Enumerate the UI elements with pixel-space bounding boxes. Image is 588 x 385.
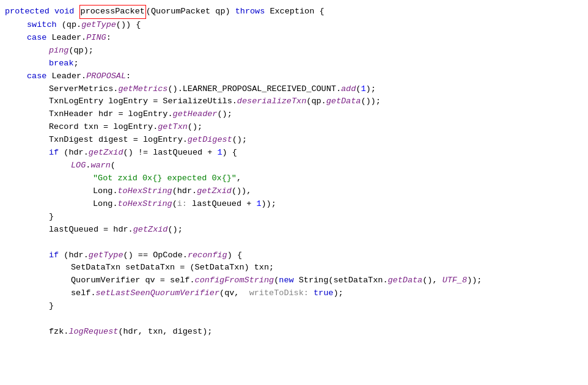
ping-args: (qp); <box>68 45 94 57</box>
if-paren-args: () != lastQueued + <box>123 147 218 160</box>
code-line-2: switch (qp.getType()) { <box>0 19 588 32</box>
setlastseen-call: setLastSeenQuorumVerifier <box>96 287 220 300</box>
gettxn-call: getTxn <box>158 121 188 134</box>
config-close: )); <box>467 274 482 287</box>
reconfig-field: reconfig <box>188 249 227 262</box>
keyword-true: true <box>314 287 333 300</box>
switch-expr: (qp. <box>62 19 81 32</box>
deser-close: ()); <box>361 95 380 108</box>
keyword-new: new <box>279 274 298 287</box>
getzxid-call: getZxid <box>89 147 123 160</box>
code-line-14: "Got zxid 0x{} expected 0x{}", <box>0 172 588 185</box>
utf8-const: UTF_8 <box>443 274 468 287</box>
if-paren-open: (hdr. <box>64 147 89 160</box>
hex2-close: )); <box>262 198 276 211</box>
txnheader-type: TxnHeader hdr = logEntry. <box>49 108 173 121</box>
close-brace-if2: } <box>49 300 54 313</box>
hex2-paren: ( <box>172 198 177 211</box>
num-1b: 1 <box>217 147 222 160</box>
code-line-17: } <box>0 211 588 224</box>
code-line-18: lastQueued = hdr.getZxid(); <box>0 224 588 237</box>
keyword-protected: protected <box>5 6 54 18</box>
colon2: : <box>126 70 131 83</box>
code-line-22: QuorumVerifier qv = self.configFromStrin… <box>0 274 588 287</box>
txndigest-type: TxnDigest digest = logEntry. <box>49 134 188 147</box>
setlast-close: ); <box>333 287 343 300</box>
getdata-call: getData <box>326 95 361 108</box>
deser-paren: (qp. <box>306 95 326 108</box>
tohexstring-call1: toHexString <box>118 185 172 198</box>
record-type: Record txn = logEntry. <box>49 121 158 134</box>
add-close: ); <box>366 83 376 96</box>
method-highlight-box: processPacket <box>79 5 146 19</box>
keyword-switch: switch <box>27 19 62 32</box>
opcode-class: OpCode. <box>153 249 188 262</box>
code-line-26: fzk.logRequest(hdr, txn, digest); <box>0 326 588 339</box>
code-line-12: if (hdr.getZxid() != lastQueued + 1) { <box>0 147 588 160</box>
keyword-case2: case <box>27 70 52 83</box>
code-line-21: SetDataTxn setDataTxn = (SetDataTxn) txn… <box>0 262 588 274</box>
code-editor: protected void processPacket(QuorumPacke… <box>0 0 588 385</box>
gettxn-close: (); <box>188 121 202 134</box>
log-dot: . <box>86 160 90 172</box>
logrequest-args: (hdr, txn, digest); <box>118 326 212 339</box>
txnlogentry-type: TxnLogEntry logEntry = SerializeUtils. <box>49 95 237 108</box>
ping-call: ping <box>49 45 68 57</box>
code-line-8: TxnLogEntry logEntry = SerializeUtils.de… <box>0 95 588 108</box>
hex2-args: lastQueued + <box>192 198 256 211</box>
code-line-10: Record txn = logEntry.getTxn(); <box>0 121 588 134</box>
keyword-case: case <box>27 32 52 45</box>
getdigest-close: (); <box>232 134 247 147</box>
warn-string: "Got zxid 0x{} expected 0x{}" <box>93 172 237 185</box>
code-line-23: self.setLastSeenQuorumVerifier(qv, write… <box>0 287 588 300</box>
keyword-void: void <box>54 6 79 18</box>
close-brace-if: } <box>49 211 54 224</box>
code-line-1: protected void processPacket(QuorumPacke… <box>0 5 588 19</box>
setlast-paren: (qv, <box>219 287 249 300</box>
warn-comma: , <box>237 172 241 185</box>
get-type-call: getType <box>81 19 116 32</box>
warn-paren: ( <box>111 160 116 172</box>
code-line-25 <box>0 313 588 326</box>
punct: (QuorumPacket qp) <box>146 6 235 18</box>
warn-call: warn <box>90 160 110 172</box>
keyword-throws: throws <box>235 6 270 18</box>
method-name: processPacket <box>81 7 145 16</box>
colon: : <box>106 32 111 45</box>
configfromstring-call: configFromString <box>195 274 274 287</box>
keyword-if: if <box>49 147 64 160</box>
keyword-break: break <box>49 57 74 70</box>
exception-type: Exception { <box>270 6 324 18</box>
config-paren: ( <box>274 274 279 287</box>
code-line-24: } <box>0 300 588 313</box>
code-line-5: break; <box>0 57 588 70</box>
hex1-close: ()), <box>232 185 251 198</box>
if2-close: ) { <box>227 249 242 262</box>
proposal-const: PROPOSAL <box>86 70 126 83</box>
if2-eq: () == <box>123 249 153 262</box>
add-call: add <box>341 83 356 96</box>
long-class: Long. <box>93 185 118 198</box>
code-line-13: LOG.warn( <box>0 160 588 172</box>
if-close: ) { <box>222 147 237 160</box>
metrics-paren: (). <box>167 83 182 96</box>
if2-paren: (hdr. <box>64 249 89 262</box>
add-arg: ( <box>356 83 361 96</box>
get-metrics-call: getMetrics <box>118 83 167 96</box>
counter-field: LEARNER_PROPOSAL_RECEIVED_COUNT. <box>183 83 341 96</box>
switch-paren: ()) { <box>116 19 141 32</box>
num-1: 1 <box>361 83 366 96</box>
ping-const: PING <box>86 32 106 45</box>
tohexstring-call2: toHexString <box>118 198 172 211</box>
quorumverifier-type: QuorumVerifier qv = self. <box>71 274 195 287</box>
getheader-close: (); <box>217 108 232 121</box>
fzk-ref: fzk. <box>49 326 68 339</box>
string-class: String(setDataTxn. <box>299 274 388 287</box>
getheader-call: getHeader <box>173 108 218 121</box>
deserialize-call: deserializeTxn <box>237 95 306 108</box>
code-line-9: TxnHeader hdr = logEntry.getHeader(); <box>0 108 588 121</box>
leader-class: Leader. <box>52 32 87 45</box>
keyword-if2: if <box>49 249 64 262</box>
lastqueued-close: (); <box>167 224 182 237</box>
getdata-close: (), <box>422 274 442 287</box>
